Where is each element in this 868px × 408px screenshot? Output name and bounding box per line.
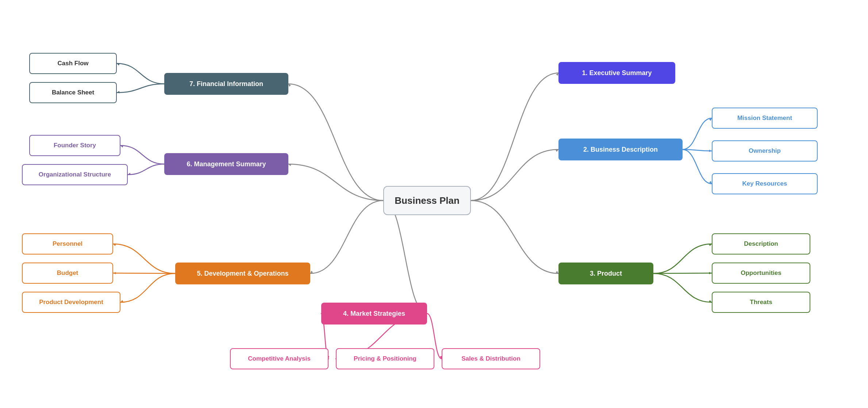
- branch-node-devops[interactable]: 5. Development & Operations: [175, 263, 310, 284]
- branch-node-exec[interactable]: 1. Executive Summary: [558, 62, 675, 84]
- center-node[interactable]: Business Plan: [383, 186, 471, 215]
- branch-node-fin[interactable]: 7. Financial Information: [164, 73, 288, 95]
- leaf-node-mgmt-0[interactable]: Founder Story: [29, 135, 120, 156]
- leaf-node-fin-1[interactable]: Balance Sheet: [29, 82, 117, 103]
- leaf-node-biz-0[interactable]: Mission Statement: [712, 108, 818, 129]
- leaf-node-devops-0[interactable]: Personnel: [22, 233, 113, 254]
- branch-node-product[interactable]: 3. Product: [558, 263, 653, 284]
- leaf-node-mgmt-1[interactable]: Organizational Structure: [22, 164, 128, 185]
- leaf-node-devops-1[interactable]: Budget: [22, 263, 113, 284]
- leaf-node-market-2[interactable]: Sales & Distribution: [442, 348, 540, 369]
- branch-node-mgmt[interactable]: 6. Management Summary: [164, 153, 288, 175]
- leaf-node-biz-1[interactable]: Ownership: [712, 140, 818, 162]
- leaf-node-biz-2[interactable]: Key Resources: [712, 173, 818, 194]
- branch-node-market[interactable]: 4. Market Strategies: [321, 303, 427, 325]
- leaf-node-market-0[interactable]: Competitive Analysis: [230, 348, 329, 369]
- leaf-node-product-1[interactable]: Opportunities: [712, 263, 810, 284]
- leaf-node-fin-0[interactable]: Cash Flow: [29, 53, 117, 74]
- leaf-node-market-1[interactable]: Pricing & Positioning: [336, 348, 434, 369]
- leaf-node-devops-2[interactable]: Product Development: [22, 292, 120, 313]
- branch-node-biz[interactable]: 2. Business Description: [558, 139, 683, 160]
- leaf-node-product-2[interactable]: Threats: [712, 292, 810, 313]
- leaf-node-product-0[interactable]: Description: [712, 233, 810, 254]
- mind-map-canvas: Business Plan1. Executive Summary2. Busi…: [0, 0, 868, 408]
